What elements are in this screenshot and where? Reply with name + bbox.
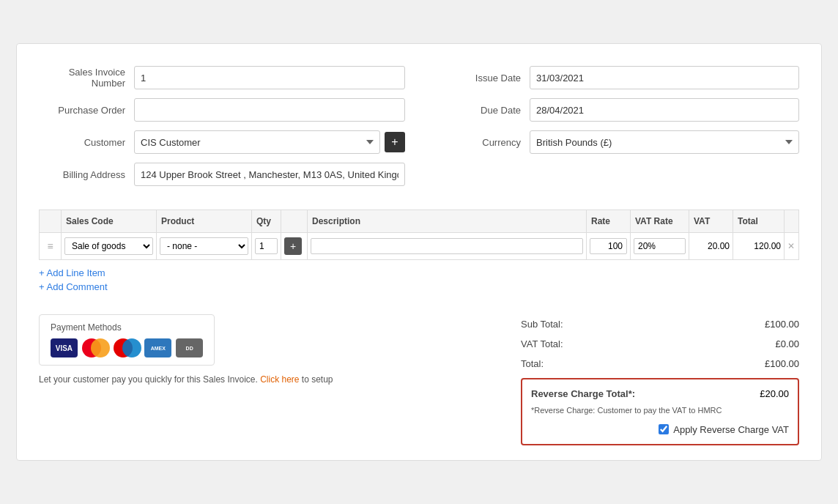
description-cell [308, 233, 587, 260]
direct-debit-icon: DD [176, 338, 203, 357]
reverse-charge-box: Reverse Charge Total*: £20.00 *Reverse C… [521, 378, 799, 445]
vat-select-wrapper: 20% [634, 238, 686, 254]
payment-methods-box: Payment Methods VISA AMEX [39, 314, 215, 366]
issue-date-row: Issue Date [434, 66, 799, 89]
total-value: £100.00 [765, 358, 799, 369]
col-header-vat: VAT [689, 210, 733, 233]
col-header-vat-rate: VAT Rate [631, 210, 689, 233]
issue-date-label: Issue Date [434, 73, 530, 84]
due-date-input[interactable] [530, 98, 799, 122]
col-header-sales-code: Sales Code [62, 210, 157, 233]
product-select[interactable]: - none - [160, 237, 248, 255]
reverse-charge-total-row: Reverse Charge Total*: £20.00 [531, 388, 789, 399]
description-input[interactable] [311, 238, 583, 254]
total-cell: 120.00 [733, 233, 785, 260]
sales-code-select[interactable]: Sale of goods [64, 237, 153, 255]
sales-invoice-row: Sales Invoice Number [39, 66, 405, 89]
payment-left: Payment Methods VISA AMEX [39, 314, 333, 385]
sales-invoice-input[interactable] [134, 66, 405, 89]
total-value: 120.00 [754, 241, 781, 251]
billing-address-input[interactable] [134, 163, 405, 186]
col-header-add [281, 210, 308, 233]
remove-cell: ✕ [785, 233, 799, 260]
billing-address-row: Billing Address [39, 163, 405, 186]
rate-input[interactable] [590, 238, 627, 254]
add-line-item-link[interactable]: + Add Line Item [39, 267, 799, 278]
qty-input[interactable] [255, 238, 278, 254]
vat-total-row: VAT Total: £0.00 [521, 334, 799, 354]
visa-icon: VISA [51, 338, 78, 357]
vat-value: 20.00 [708, 241, 730, 251]
mastercard-icon [82, 338, 109, 357]
payment-note: Let your customer pay you quickly for th… [39, 374, 333, 385]
customer-row: Customer CIS Customer + [39, 130, 405, 154]
maestro-icon [114, 338, 141, 357]
form-left-col: Sales Invoice Number Purchase Order Cust… [39, 66, 405, 195]
form-right-col: Issue Date Due Date Currency British Pou… [434, 66, 799, 195]
reverse-charge-note: *Reverse Charge: Customer to pay the VAT… [531, 405, 789, 416]
customer-select-wrapper: CIS Customer + [134, 130, 405, 154]
add-row-cell: + [281, 233, 308, 260]
apply-reverse-charge-checkbox[interactable] [659, 424, 669, 434]
vat-cell: 20.00 [689, 233, 733, 260]
main-container: Sales Invoice Number Purchase Order Cust… [16, 43, 822, 460]
col-header-drag [40, 210, 62, 233]
purchase-order-label: Purchase Order [39, 105, 134, 116]
reverse-charge-label: Reverse Charge Total*: [531, 388, 635, 399]
sub-total-value: £100.00 [765, 319, 799, 330]
drag-handle[interactable]: ≡ [40, 233, 62, 260]
col-header-remove [785, 210, 799, 233]
total-label: Total: [521, 358, 544, 369]
customer-label: Customer [39, 137, 134, 148]
payment-methods-title: Payment Methods [51, 322, 203, 333]
issue-date-input[interactable] [530, 66, 799, 89]
apply-reverse-charge-row: Apply Reverse Charge VAT [531, 424, 789, 435]
purchase-order-row: Purchase Order [39, 98, 405, 122]
sub-total-label: Sub Total: [521, 319, 563, 330]
payment-icons: VISA AMEX DD [51, 338, 203, 357]
col-header-rate: Rate [587, 210, 631, 233]
remove-icon[interactable]: ✕ [787, 241, 795, 251]
table-header-row: Sales Code Product Qty Description Rate … [40, 210, 799, 233]
currency-label: Currency [434, 137, 530, 148]
totals-section: Sub Total: £100.00 VAT Total: £0.00 Tota… [521, 314, 799, 445]
bottom-section: Payment Methods VISA AMEX [39, 314, 799, 445]
vat-total-label: VAT Total: [521, 338, 563, 349]
sub-total-row: Sub Total: £100.00 [521, 314, 799, 334]
reverse-charge-value: £20.00 [760, 388, 789, 399]
sales-invoice-label: Sales Invoice Number [39, 67, 134, 89]
col-header-qty: Qty [252, 210, 281, 233]
due-date-label: Due Date [434, 105, 530, 116]
apply-reverse-charge-label: Apply Reverse Charge VAT [673, 424, 789, 435]
customer-select[interactable]: CIS Customer [134, 130, 380, 154]
vat-rate-cell: 20% [631, 233, 689, 260]
action-links: + Add Line Item + Add Comment [39, 267, 799, 292]
product-cell: - none - [157, 233, 252, 260]
col-header-product: Product [157, 210, 252, 233]
add-row-button[interactable]: + [284, 237, 302, 255]
table-row: ≡ Sale of goods - none - + [40, 233, 799, 260]
amex-icon: AMEX [144, 338, 171, 357]
qty-cell [252, 233, 281, 260]
total-row: Total: £100.00 [521, 354, 799, 374]
line-items-table: Sales Code Product Qty Description Rate … [39, 210, 799, 260]
add-comment-link[interactable]: + Add Comment [39, 281, 799, 292]
due-date-row: Due Date [434, 98, 799, 122]
currency-select[interactable]: British Pounds (£) [530, 130, 799, 154]
vat-rate-select[interactable]: 20% [634, 238, 686, 254]
billing-address-label: Billing Address [39, 169, 134, 180]
col-header-description: Description [308, 210, 587, 233]
currency-row: Currency British Pounds (£) [434, 130, 799, 154]
add-customer-button[interactable]: + [385, 132, 405, 152]
rate-cell [587, 233, 631, 260]
purchase-order-input[interactable] [134, 98, 405, 122]
click-here-link[interactable]: Click here [260, 374, 299, 385]
col-header-total: Total [733, 210, 785, 233]
form-section: Sales Invoice Number Purchase Order Cust… [39, 66, 799, 195]
sales-code-cell: Sale of goods [62, 233, 157, 260]
vat-total-value: £0.00 [775, 338, 799, 349]
